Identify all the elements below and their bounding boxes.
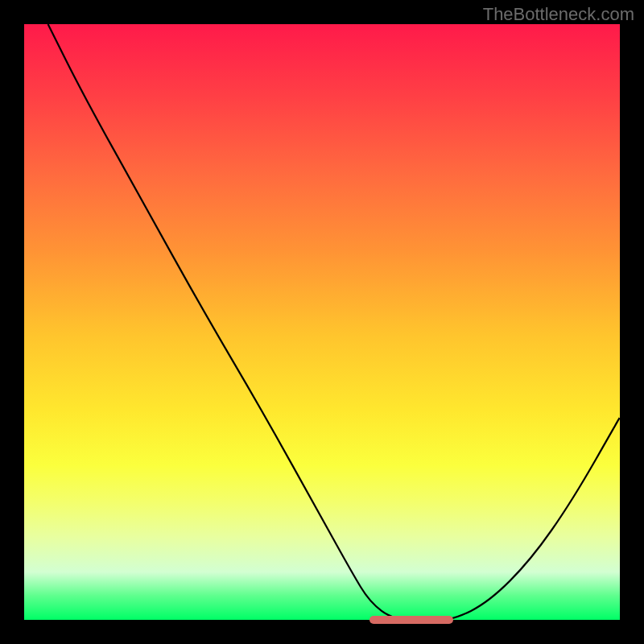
- curve-svg: [24, 24, 620, 620]
- curve-line: [48, 24, 620, 620]
- minimum-marker: [369, 616, 453, 624]
- watermark-text: TheBottleneck.com: [483, 4, 634, 25]
- bottleneck-chart: [24, 24, 620, 620]
